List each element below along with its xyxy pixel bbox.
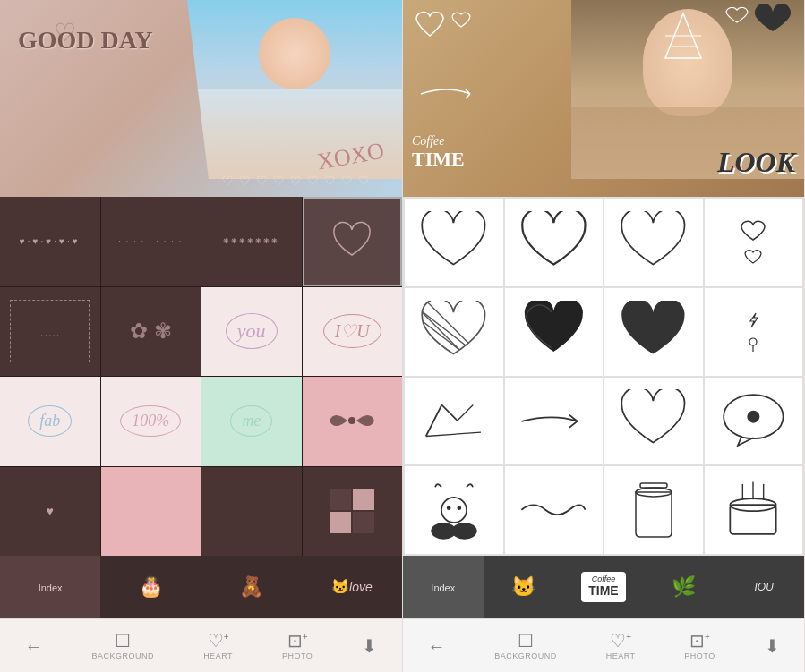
nav-background-right[interactable]: ☐ BACKGROUND <box>487 628 564 664</box>
arrow-right-doodle <box>518 405 589 438</box>
svg-point-18 <box>457 506 461 510</box>
small-heart-2 <box>744 250 762 265</box>
sticker-pattern[interactable] <box>303 467 403 557</box>
sticker-heart-icon: ♥ <box>47 504 54 518</box>
svg-point-15 <box>451 523 476 540</box>
sticker-fab[interactable]: fab <box>0 377 100 466</box>
sticker-cell[interactable]: ✿ ✾ <box>101 287 201 377</box>
sticker-me-word: me <box>230 405 272 437</box>
sticker-100-word: 100% <box>120 405 181 437</box>
svg-line-4 <box>418 318 489 363</box>
sticker-small-icons-row[interactable] <box>705 288 803 376</box>
sticker-dark-block[interactable] <box>201 467 302 557</box>
heart-label-left: HEART <box>203 651 233 660</box>
nav-heart-right[interactable]: ♡+ HEART <box>599 628 643 664</box>
right-panel: Coffee TIME LOOK <box>402 0 804 672</box>
sticker-arrow-right[interactable] <box>505 378 604 465</box>
right-bottom-nav: ← ☐ BACKGROUND ♡+ HEART ⊡+ PHOTO ⬇ <box>403 618 804 672</box>
sticker-heart-lg-3[interactable] <box>604 199 703 286</box>
photo-label-right: PHOTO <box>684 651 715 660</box>
sticker-cell[interactable]: ♥·♥·♥·♥·♥ <box>0 197 100 286</box>
sticker-cell-selected[interactable] <box>303 197 403 286</box>
nav-back-right[interactable]: ← <box>420 634 452 659</box>
wave-doodle <box>518 494 589 526</box>
coffee-text: Coffee <box>412 134 465 148</box>
tab-cat-right[interactable]: 🐱 <box>484 556 564 618</box>
photo-label-left: PHOTO <box>282 651 313 660</box>
sticker-hearts-dots: ♥·♥·♥·♥·♥ <box>20 236 81 246</box>
coffee-tab-big: TIME <box>588 584 618 598</box>
sticker-jar[interactable] <box>604 466 703 554</box>
coffee-tab-content: Coffee TIME <box>581 572 625 601</box>
sticker-checker <box>330 489 374 533</box>
nav-download-left[interactable]: ⬇ <box>355 634 384 659</box>
left-panel: GOOD DAY ♡ XOXO ♡♡♡♡♡♡♡♡♡ ♥·♥·♥·♥·♥ · · … <box>0 0 402 672</box>
bunny-doodle <box>423 479 485 541</box>
svg-point-13 <box>747 411 759 423</box>
tab-iou-right[interactable]: IOU <box>724 556 804 618</box>
sticker-bow[interactable] <box>303 377 403 466</box>
sticker-heart-lg-2[interactable] <box>505 199 604 286</box>
tab-bear[interactable]: 🧸 <box>201 556 302 618</box>
heart-label-right: HEART <box>606 651 636 660</box>
sticker-heart-hatched[interactable] <box>405 288 503 376</box>
sticker-small-heart[interactable]: ♥ <box>0 467 100 557</box>
sticker-arrow-doodle[interactable] <box>405 378 503 465</box>
xoxo-text: XOXO <box>315 138 386 176</box>
left-bottom-tabs: Index 🎂 🧸 🐱love <box>0 556 402 618</box>
sticker-cell[interactable]: · · · · ·· · · · · <box>0 287 100 377</box>
heart-outline-lg-2 <box>518 211 589 274</box>
sticker-iou[interactable]: I♡U <box>303 287 403 377</box>
pin-icon <box>748 336 758 353</box>
svg-line-3 <box>418 308 489 362</box>
heart-icon-right: ♡+ <box>610 632 631 650</box>
sticker-heart-lg-1[interactable] <box>405 199 503 286</box>
heart-icon-left: ♡+ <box>208 632 229 650</box>
heart-scribble <box>518 301 589 363</box>
back-icon-left: ← <box>25 637 43 655</box>
nav-background-left[interactable]: ☐ BACKGROUND <box>85 628 162 664</box>
speech-bubble <box>718 389 789 452</box>
doodle-arrow <box>416 81 479 111</box>
tab-coffee-right[interactable]: Coffee TIME <box>563 556 644 618</box>
tab-cake[interactable]: 🎂 <box>100 556 201 618</box>
sticker-you-word: you <box>226 313 278 349</box>
nav-photo-left[interactable]: ⊡+ PHOTO <box>275 628 320 664</box>
svg-point-17 <box>447 506 451 510</box>
sticker-pink-block[interactable] <box>101 467 201 557</box>
nav-heart-left[interactable]: ♡+ HEART <box>196 628 240 664</box>
lightning-icon <box>747 311 760 329</box>
sticker-cell[interactable]: · · · · · · · · · <box>101 197 201 286</box>
sticker-you[interactable]: you <box>201 287 302 377</box>
sticker-speech-bubble[interactable] <box>705 378 803 465</box>
sticker-100[interactable]: 100% <box>101 377 201 466</box>
sticker-lace: · · · · · · · · · <box>118 237 183 245</box>
sticker-flowers: ✿ ✾ <box>130 319 172 344</box>
sticker-lace2: ❋❋❋❋❋❋❋ <box>223 237 279 245</box>
background-icon-left: ☐ <box>115 632 131 650</box>
doodle-hearts-top-left <box>412 9 484 66</box>
love-icon: 🐱love <box>331 580 373 594</box>
jar-doodle <box>627 479 681 541</box>
sticker-heart-scribble[interactable] <box>505 288 604 376</box>
back-icon-right: ← <box>427 637 445 655</box>
sticker-heart-outline-2[interactable] <box>604 378 703 465</box>
small-icons-col <box>747 311 760 353</box>
sticker-small-hearts-group[interactable] <box>705 199 803 286</box>
sticker-me[interactable]: me <box>201 377 302 466</box>
tab-index-left[interactable]: Index <box>0 556 100 618</box>
right-sticker-grid <box>403 197 804 556</box>
tab-index-right[interactable]: Index <box>403 556 484 618</box>
sticker-cake-right[interactable] <box>705 466 803 554</box>
tab-love[interactable]: 🐱love <box>302 556 402 618</box>
nav-photo-right[interactable]: ⊡+ PHOTO <box>677 628 722 664</box>
nav-back-left[interactable]: ← <box>18 634 50 659</box>
coffee-time-preview: Coffee TIME <box>412 134 465 170</box>
tab-index-label: Index <box>39 583 63 593</box>
sticker-bunny[interactable] <box>405 466 503 554</box>
sticker-cell[interactable]: ❋❋❋❋❋❋❋ <box>201 197 302 286</box>
sticker-wave[interactable] <box>505 466 604 554</box>
sticker-heart-solid[interactable] <box>604 288 703 376</box>
nav-download-right[interactable]: ⬇ <box>758 634 787 659</box>
tab-green-right[interactable]: 🌿 <box>644 556 724 618</box>
